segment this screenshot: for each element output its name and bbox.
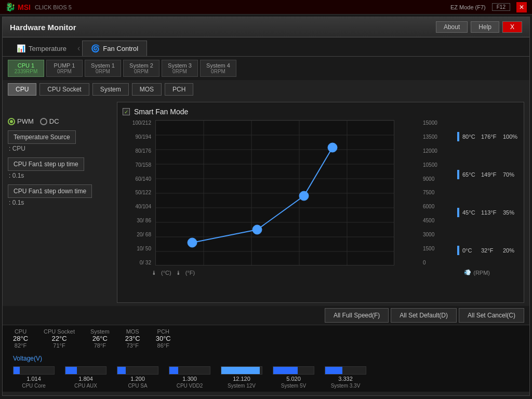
- fan-tab-cpu1[interactable]: CPU 1 2339RPM: [8, 60, 44, 77]
- fan-tab-sys2-label: System 2: [129, 62, 153, 69]
- sensor-btn-cpu-socket[interactable]: CPU Socket: [39, 83, 89, 96]
- chart-footer-left: 🌡 (°C) 🌡 (°F): [151, 269, 195, 276]
- chart-y-labels-right: 15000 13500 12000 10500 9000 7500 6000 4…: [423, 120, 449, 265]
- fan-tab-sys3[interactable]: System 3 0RPM: [162, 60, 198, 77]
- thermometer-icon: 🌡: [151, 270, 157, 276]
- y-label-5: 50/122: [123, 190, 151, 195]
- dc-radio[interactable]: DC: [40, 117, 59, 125]
- temp-c-pch: 30°C: [156, 335, 171, 342]
- y-label-10: 0/ 32: [123, 260, 151, 265]
- fan-tab-pump1-label: PUMP 1: [54, 62, 75, 69]
- chart-point-2[interactable]: [252, 225, 262, 234]
- voltage-fill-cpu-aux: [65, 367, 77, 374]
- voltage-item-cpu-vdd2: 1.300 CPU VDD2: [169, 366, 210, 389]
- temp-source-button[interactable]: Temperature Source: [8, 130, 76, 144]
- content-area: 📊 Temperature ‹ 🌀 Fan Control CPU 1 2339…: [3, 37, 529, 392]
- y-label-0: 100/212: [123, 120, 151, 126]
- y-right-6: 6000: [423, 204, 449, 209]
- fan-tab-sys4-label: System 4: [206, 62, 230, 69]
- fan-tab-pump1[interactable]: PUMP 1 0RPM: [46, 60, 83, 77]
- temp-point-3: 0°C 32°F 20%: [457, 246, 518, 255]
- fan-tab-pump1-rpm: 0RPM: [57, 69, 72, 74]
- voltage-fill-sys33v: [325, 367, 342, 374]
- temp-pct-1: 70%: [503, 171, 518, 178]
- msi-logo-text: MSI: [18, 3, 31, 11]
- temp-bar-3: [457, 246, 459, 255]
- pwm-dc-toggle: PWM DC: [8, 117, 112, 125]
- y-right-3: 10500: [423, 162, 449, 168]
- about-button[interactable]: About: [436, 21, 468, 33]
- temp-c-system: 26°C: [92, 335, 108, 342]
- temp-f-cpu: 82°F: [15, 342, 26, 349]
- step-up-group: CPU Fan1 step up time : 0.1s: [8, 157, 112, 179]
- y-right-2: 12000: [423, 148, 449, 154]
- step-up-button[interactable]: CPU Fan1 step up time: [8, 157, 84, 171]
- sensor-btn-pch[interactable]: PCH: [165, 83, 193, 96]
- y-label-9: 10/ 50: [123, 246, 151, 251]
- temp-set-points: 80°C 176°F 100% 65°C 149°F 70% 45°: [457, 120, 518, 267]
- help-button[interactable]: Help: [471, 21, 499, 33]
- fan-tabs-row: CPU 1 2339RPM PUMP 1 0RPM System 1 0RPM …: [3, 57, 529, 80]
- fan-tab-sys3-content: System 3 0RPM: [167, 62, 192, 74]
- y-right-7: 4500: [423, 218, 449, 223]
- temp-point-2: 45°C 113°F 35%: [457, 208, 518, 217]
- temp-label-cpu: CPU: [15, 328, 26, 335]
- chart-point-4[interactable]: [328, 143, 337, 152]
- fan-tab-sys4[interactable]: System 4 0RPM: [200, 60, 236, 77]
- pwm-radio[interactable]: PWM: [8, 117, 34, 125]
- voltage-name-cpu-sa: CPU SA: [128, 383, 147, 389]
- close-button[interactable]: X: [502, 21, 522, 33]
- temp-f-cpu-socket: 71°F: [53, 342, 65, 349]
- temp-f-system: 78°F: [94, 342, 106, 349]
- all-full-speed-button[interactable]: All Full Speed(F): [325, 308, 389, 323]
- y-label-4: 60/140: [123, 176, 151, 182]
- fan-tab-sys1[interactable]: System 1 0RPM: [85, 60, 121, 77]
- sensor-btn-system[interactable]: System: [92, 83, 129, 96]
- voltage-item-cpu-sa: 1.200 CPU SA: [117, 366, 158, 389]
- voltage-name-sys5v: System 5V: [281, 383, 306, 389]
- temp-pct-2: 35%: [503, 209, 518, 216]
- main-panel: PWM DC Temperature Source : CPU CPU Fan1…: [3, 99, 529, 306]
- temp-pct-3: 20%: [503, 247, 518, 254]
- y-label-6: 40/104: [123, 204, 151, 209]
- sensor-btn-mos[interactable]: MOS: [132, 83, 162, 96]
- dc-radio-circle: [40, 118, 47, 125]
- temp-point-1: 65°C 149°F 70%: [457, 170, 518, 179]
- sensor-btn-cpu[interactable]: CPU: [8, 83, 36, 96]
- dc-label: DC: [49, 117, 59, 125]
- f12-btn[interactable]: F12: [492, 3, 510, 11]
- tab-fan-control[interactable]: 🌀 Fan Control: [82, 41, 147, 56]
- temp-source-value: : CPU: [8, 145, 112, 152]
- rpm-label: (RPM): [473, 270, 490, 276]
- tab-temperature[interactable]: 📊 Temperature: [8, 41, 75, 56]
- all-set-default-button[interactable]: All Set Default(D): [391, 308, 457, 323]
- voltage-name-sys12v: System 12V: [228, 383, 256, 389]
- top-close-btn[interactable]: ✕: [516, 2, 527, 12]
- temp-label-pch: PCH: [157, 328, 169, 335]
- voltage-title: Voltage(V): [13, 355, 519, 362]
- all-set-cancel-button[interactable]: All Set Cancel(C): [459, 308, 524, 323]
- celsius-label: (°C): [161, 270, 171, 276]
- chart-point-1[interactable]: [188, 238, 197, 247]
- chart-point-3[interactable]: [299, 191, 309, 201]
- voltage-bar-cpu-vdd2: [169, 366, 210, 375]
- smart-fan-checkbox[interactable]: ✓: [123, 108, 130, 115]
- voltage-section: Voltage(V) 1.014 CPU Core 1.804 CPU AUX: [3, 352, 529, 392]
- main-window: Hardware Monitor About Help X 📊 Temperat…: [2, 17, 530, 396]
- fan-curve-chart[interactable]: [155, 120, 394, 265]
- temp-bar-1: [457, 170, 459, 179]
- fan-tab-sys2[interactable]: System 2 0RPM: [123, 60, 159, 77]
- msi-dragon-icon: 🐉: [5, 2, 16, 12]
- voltage-name-sys33v: System 3.3V: [331, 383, 361, 389]
- chart-footer: 🌡 (°C) 🌡 (°F) 💨 (RPM): [123, 269, 518, 276]
- voltage-bar-cpu-core: [13, 366, 55, 375]
- fan-tab-cpu1-content: CPU 1 2339RPM: [14, 62, 38, 74]
- fan-tab-sys4-content: System 4 0RPM: [206, 62, 231, 74]
- ez-mode-label: EZ Mode (F7): [450, 4, 486, 10]
- step-down-button[interactable]: CPU Fan1 step down time: [8, 184, 92, 198]
- y-label-7: 30/ 86: [123, 218, 151, 223]
- chart-svg-wrapper[interactable]: [155, 120, 419, 267]
- chart-y-labels-left: 100/212 90/194 80/176 70/158 60/140 50/1…: [123, 120, 151, 265]
- fan-tab-pump1-content: PUMP 1 0RPM: [52, 62, 77, 74]
- y-right-10: 0: [423, 260, 449, 265]
